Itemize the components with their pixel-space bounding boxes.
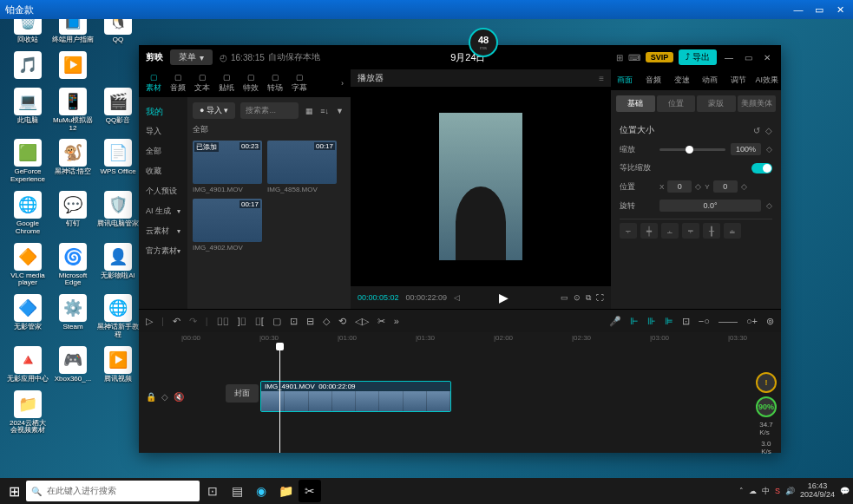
ping-indicator[interactable]: 48 ms <box>469 28 498 57</box>
scale-value[interactable]: 100% <box>731 143 761 155</box>
crop-icon[interactable]: ✂ <box>377 316 385 327</box>
svip-badge[interactable]: SVIP <box>646 52 674 62</box>
select-tool-icon[interactable]: ▷ <box>146 316 153 327</box>
desktop-icon[interactable]: 🔺无影应用中心 <box>7 346 49 383</box>
zoom-fit-icon[interactable]: ⊚ <box>766 316 774 327</box>
snap-icon[interactable]: ⊩ <box>630 316 639 327</box>
timeline-clip[interactable]: IMG_4901.MOV 00:00:22:09 <box>260 381 451 412</box>
rotate-value[interactable]: 0.0° <box>659 200 761 212</box>
reset-icon[interactable]: ↺ <box>753 126 760 135</box>
desktop-icon[interactable]: 🎵 <box>7 51 49 81</box>
outer-maximize-button[interactable]: ▭ <box>811 4 827 16</box>
timeline-tracks[interactable]: 🔒 ◇ 🔇 封面 IMG_4901.MOV 00:00:22:09 ! 90% … <box>139 346 781 453</box>
timeline-ruler[interactable]: |00:00|00:30|01:00|01:30|02:00|02:30|03:… <box>139 332 781 346</box>
tabs-more-icon[interactable]: › <box>338 75 347 91</box>
prop-tab[interactable]: 调节 <box>725 71 753 89</box>
desktop-icon[interactable]: 🌐Google Chrome <box>7 191 49 236</box>
reverse-icon[interactable]: ⟲ <box>338 316 346 327</box>
nav-header-mine[interactable]: 我的 <box>139 102 187 121</box>
scale-slider[interactable] <box>659 148 725 151</box>
prop-subtab[interactable]: 基础 <box>616 95 655 112</box>
mirror-icon[interactable]: ◁▷ <box>355 316 369 327</box>
top-tab[interactable]: ▢字幕 <box>288 71 311 95</box>
scale-keyframe-icon[interactable]: ◇ <box>766 145 772 154</box>
freeze-icon[interactable]: ◇ <box>323 316 330 327</box>
nav-item[interactable]: 全部 <box>139 141 187 161</box>
top-tab[interactable]: ▢转场 <box>264 71 286 95</box>
split-right-icon[interactable]: ⌷[ <box>255 316 264 326</box>
sort-icon[interactable]: ≡↓ <box>318 105 331 117</box>
nav-item[interactable]: 收藏 <box>139 161 187 181</box>
prop-tab[interactable]: 音频 <box>640 71 668 89</box>
desktop-icon[interactable]: 👤无影物啦AI <box>97 243 139 288</box>
group-icon[interactable]: ⊡ <box>290 316 298 327</box>
desktop-icon[interactable]: 🔷无影管家 <box>7 294 49 339</box>
export-button[interactable]: ⤴ 导出 <box>679 49 717 65</box>
desktop-icon[interactable]: 🟩GeForce Experience <box>7 139 49 184</box>
track-opts-icon[interactable]: ⊡ <box>682 316 690 327</box>
nav-item[interactable]: 个人预设 <box>139 181 187 201</box>
desktop-icon[interactable]: 🔶VLC media player <box>7 243 49 288</box>
start-button[interactable]: ⊞ <box>3 481 24 501</box>
align-bottom-button[interactable]: ⫨ <box>724 223 741 239</box>
prev-frame-button[interactable]: ◁ <box>454 293 460 302</box>
prop-subtab[interactable]: 位置 <box>657 95 696 112</box>
desktop-icon[interactable]: 🛡️腾讯电脑管家 <box>97 191 139 236</box>
posx-keyframe-icon[interactable]: ◇ <box>695 182 701 191</box>
media-search-input[interactable]: 搜索素... <box>240 102 299 119</box>
zoom-slider[interactable]: —— <box>718 316 738 326</box>
desktop-icon[interactable]: 💬钉钉 <box>52 191 94 236</box>
top-tab[interactable]: ▢特效 <box>239 71 262 95</box>
tray-cloud-icon[interactable]: ☁ <box>749 487 757 495</box>
split-left-icon[interactable]: ]⌷ <box>238 316 246 326</box>
desktop-icon[interactable]: 📱MuMu模拟器12 <box>52 88 94 133</box>
fullscreen-icon[interactable]: ⛶ <box>596 293 604 303</box>
ungroup-icon[interactable]: ⊟ <box>306 316 314 327</box>
player-viewport[interactable] <box>351 87 611 286</box>
taskbar-clock[interactable]: 16:43 2024/9/24 <box>800 482 835 500</box>
taskbar-edge-icon[interactable]: ◉ <box>250 480 272 502</box>
more-tools-icon[interactable]: » <box>394 316 399 326</box>
split-icon[interactable]: ⌷⌷ <box>217 316 229 326</box>
notifications-icon[interactable]: 💬 <box>840 487 850 495</box>
zoom-in-icon[interactable]: ○+ <box>746 316 758 326</box>
align-top-button[interactable]: ⫧ <box>682 223 699 239</box>
link-icon[interactable]: ⊪ <box>647 316 656 327</box>
nav-item[interactable]: 官方素材▾ <box>139 241 187 261</box>
top-tab[interactable]: ▢文本 <box>191 71 213 95</box>
mute-track-icon[interactable]: 🔇 <box>174 392 184 402</box>
position-x-input[interactable]: 0 <box>667 180 692 193</box>
nav-item[interactable]: 云素材▾ <box>139 221 187 241</box>
delete-icon[interactable]: ▢ <box>272 316 281 327</box>
desktop-icon[interactable]: ▶️腾讯视频 <box>97 346 139 383</box>
import-button[interactable]: ● 导入 ▾ <box>193 102 235 119</box>
tray-volume-icon[interactable]: 🔊 <box>785 487 795 495</box>
desktop-icon[interactable]: ▶️ <box>52 51 94 81</box>
top-tab[interactable]: ▢贴纸 <box>215 71 238 95</box>
rotate-keyframe-icon[interactable]: ◇ <box>766 201 772 210</box>
ratio-scale-toggle[interactable] <box>751 163 772 173</box>
outer-minimize-button[interactable]: — <box>791 4 806 16</box>
hide-track-icon[interactable]: ◇ <box>161 392 168 402</box>
app-close-button[interactable]: ✕ <box>760 53 774 62</box>
taskbar-search-input[interactable]: 🔍 在此键入进行搜索 <box>26 481 200 501</box>
task-view-icon[interactable]: ⊡ <box>201 480 224 502</box>
menu-button[interactable]: 菜单 ▾ <box>170 49 213 65</box>
shortcut-icon[interactable]: ⌨ <box>628 53 640 62</box>
align-hcenter-button[interactable]: ┿ <box>640 223 658 239</box>
nav-item[interactable]: AI 生成▾ <box>139 201 187 221</box>
prop-tab[interactable]: 动画 <box>696 71 725 89</box>
keyframe-icon[interactable]: ◇ <box>765 126 772 135</box>
layout-icon[interactable]: ⊞ <box>616 53 623 62</box>
prop-tab[interactable]: AI效果 <box>752 71 781 89</box>
prop-tab[interactable]: 画面 <box>611 71 640 89</box>
desktop-icon[interactable]: 📁2024云栖大会视频素材 <box>7 390 49 435</box>
desktop-icon[interactable]: 🌀Microsoft Edge <box>52 243 94 288</box>
desktop-icon[interactable]: 🌐黑神话新手教程 <box>97 294 139 339</box>
media-clip[interactable]: 00:17IMG_4858.MOV <box>267 141 337 193</box>
taskbar-app-1[interactable]: ▤ <box>226 480 248 502</box>
taskbar-folder-icon[interactable]: 📁 <box>274 480 297 502</box>
filter-icon[interactable]: ▼ <box>334 105 345 117</box>
app-minimize-button[interactable]: — <box>722 53 736 62</box>
tray-sogou-icon[interactable]: S <box>775 487 780 495</box>
